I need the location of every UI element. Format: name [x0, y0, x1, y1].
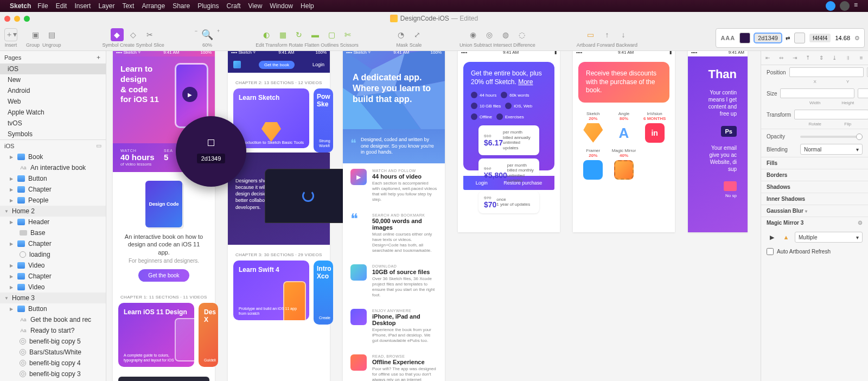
- page-tvos[interactable]: tvOS: [0, 118, 106, 129]
- fg-swatch[interactable]: [739, 33, 750, 43]
- ungroup-icon[interactable]: ▤: [45, 28, 58, 41]
- bg-hex[interactable]: f4f4f4: [809, 34, 831, 42]
- page-symbols[interactable]: Symbols: [0, 129, 106, 139]
- layer-chapter[interactable]: ▶Chapter: [0, 184, 106, 195]
- layer-ready[interactable]: AaReady to start?: [0, 325, 106, 336]
- align-top-icon[interactable]: ⤒: [801, 51, 815, 65]
- gaussian-blur-section[interactable]: Gaussian Blur ▾: [761, 205, 868, 217]
- menu-view[interactable]: View: [248, 2, 263, 10]
- auto-refresh-checkbox[interactable]: [767, 248, 774, 255]
- card-ios11[interactable]: Learn iOS 11 Design A complete guide to …: [118, 303, 194, 367]
- transform-icon[interactable]: ▦: [276, 28, 289, 41]
- intersect-icon[interactable]: ◍: [499, 28, 512, 41]
- artboard-icon[interactable]: ▭: [584, 28, 597, 41]
- flatten-icon[interactable]: ▬: [309, 28, 322, 41]
- more-link[interactable]: More: [518, 78, 533, 86]
- artboard-purchase[interactable]: Home Purchase ••••9:41 AM▮ Get the entir…: [458, 51, 560, 232]
- rotate-input[interactable]: [794, 110, 868, 119]
- align-bottom-icon[interactable]: ⤓: [828, 51, 841, 65]
- height-input[interactable]: [858, 88, 868, 98]
- backward-icon[interactable]: ↓: [617, 28, 630, 41]
- artboard-home3[interactable]: ▼Home 3: [0, 293, 106, 303]
- layer-button[interactable]: ▶Button: [0, 173, 106, 184]
- layer-video2[interactable]: ▶Video: [0, 282, 106, 293]
- layer-header[interactable]: ▶Header: [0, 217, 106, 227]
- artboard-home3[interactable]: Home 3 •••• Sketch ᯤ9:41 AM100% A dedica…: [343, 51, 445, 381]
- restore-button[interactable]: Restore purchase: [503, 180, 542, 186]
- page-web[interactable]: Web: [0, 96, 106, 107]
- menu-help[interactable]: Help: [301, 2, 314, 10]
- layer-people[interactable]: ▶People: [0, 195, 106, 206]
- layer-chapter2[interactable]: ▶Chapter: [0, 238, 106, 249]
- forward-icon[interactable]: ↑: [601, 28, 614, 41]
- get-book-pill[interactable]: Get the book: [259, 61, 295, 69]
- artboard-home[interactable]: Home •••• Sketch ᯤ9:41 AM100% Learn to d…: [113, 51, 215, 381]
- play-icon[interactable]: ▶: [182, 87, 197, 102]
- filter-icon[interactable]: ▭: [96, 142, 101, 149]
- layer-getbook[interactable]: AaGet the book and rec: [0, 314, 106, 325]
- menu-share[interactable]: Share: [173, 2, 190, 10]
- zoom-minus-icon[interactable]: −: [195, 28, 197, 41]
- layer-bars-status[interactable]: Bars/Status/White: [0, 347, 106, 358]
- tb-insert[interactable]: ＋▾ Insert: [4, 28, 17, 48]
- layer-base[interactable]: Base: [0, 227, 106, 238]
- inner-shadows-section[interactable]: Inner Shadows: [761, 193, 868, 205]
- gear-icon[interactable]: ⚙: [854, 35, 860, 42]
- multiple-select[interactable]: Multiple▾: [795, 232, 863, 243]
- union-icon[interactable]: ◉: [467, 28, 480, 41]
- login-button[interactable]: Login: [476, 180, 488, 186]
- symbol-icon[interactable]: ◆: [111, 28, 124, 41]
- scale-icon[interactable]: ⤢: [411, 28, 424, 41]
- outlines-icon[interactable]: ▢: [325, 28, 338, 41]
- rotate-icon[interactable]: ↻: [292, 28, 305, 41]
- layer-benefit3[interactable]: benefit-big copy 3: [0, 369, 106, 379]
- card-power-sketch[interactable]: Pow SkeStrong Workfl: [314, 88, 333, 153]
- opacity-slider[interactable]: [856, 134, 863, 140]
- page-android[interactable]: Android: [0, 85, 106, 96]
- fills-section[interactable]: Fills: [761, 157, 868, 169]
- layer-chapter3[interactable]: ▶Chapter: [0, 271, 106, 282]
- subtract-icon[interactable]: ◎: [483, 28, 496, 41]
- card-swift[interactable]: Learn Swift 4Prototype and build an iOS …: [233, 261, 309, 320]
- card-sketch[interactable]: Learn SketchIntroduction to Sketch Basic…: [233, 88, 309, 148]
- blending-select[interactable]: Normal▾: [800, 144, 863, 155]
- fullscreen-icon[interactable]: [24, 16, 30, 22]
- shadows-section[interactable]: Shadows: [761, 181, 868, 193]
- bg-swatch[interactable]: [794, 33, 805, 43]
- fg-hex[interactable]: 2d1349: [755, 34, 781, 42]
- layer-benefit5[interactable]: benefit-big copy 5: [0, 336, 106, 347]
- artboard-home2[interactable]: Home 2 •••• Sketch ᯤ9:41 AM100% Get the …: [228, 51, 330, 381]
- menu-window[interactable]: Window: [270, 2, 293, 10]
- page-ios[interactable]: iOS: [0, 63, 106, 74]
- add-page-icon[interactable]: ＋: [95, 53, 101, 61]
- slice-icon[interactable]: ✂: [143, 28, 156, 41]
- swap-icon[interactable]: ⇄: [786, 35, 790, 41]
- menu-insert[interactable]: Insert: [74, 2, 91, 10]
- zoom-plus-icon[interactable]: +: [217, 28, 220, 41]
- status-icon-2[interactable]: [840, 1, 850, 11]
- card-xcode[interactable]: Intro XcoCreate: [314, 261, 333, 325]
- status-icon-1[interactable]: [826, 1, 835, 11]
- create-symbol-icon[interactable]: ◇: [127, 28, 140, 41]
- width-input[interactable]: [780, 88, 854, 98]
- distribute-h-icon[interactable]: ⫴: [841, 51, 855, 65]
- align-left-icon[interactable]: ⇤: [761, 51, 775, 65]
- magic-mirror-section[interactable]: Magic Mirror 3⚙: [761, 217, 868, 228]
- menu-file[interactable]: File: [37, 2, 48, 10]
- align-middle-icon[interactable]: ⇕: [815, 51, 828, 65]
- mask-icon[interactable]: ◔: [394, 28, 407, 41]
- menu-craft[interactable]: Craft: [227, 2, 241, 10]
- gear-icon[interactable]: ⚙: [858, 220, 863, 226]
- menu-text[interactable]: Text: [122, 2, 134, 10]
- page-new[interactable]: New: [0, 74, 106, 85]
- artboard-account[interactable]: Account ••••9:41 AM Than Your contin mea…: [688, 51, 748, 232]
- layer-button2[interactable]: ▶Button: [0, 303, 106, 314]
- align-right-icon[interactable]: ⇥: [788, 51, 801, 65]
- layer-interactive-book[interactable]: AaAn interactive book: [0, 162, 106, 173]
- close-icon[interactable]: [4, 16, 10, 22]
- get-book-button[interactable]: Get the book: [138, 269, 189, 282]
- artboard-home2[interactable]: ▼Home 2: [0, 206, 106, 217]
- app-name[interactable]: Sketch: [10, 2, 31, 10]
- plus-icon[interactable]: ＋▾: [4, 28, 17, 41]
- group-icon[interactable]: ▣: [29, 28, 42, 41]
